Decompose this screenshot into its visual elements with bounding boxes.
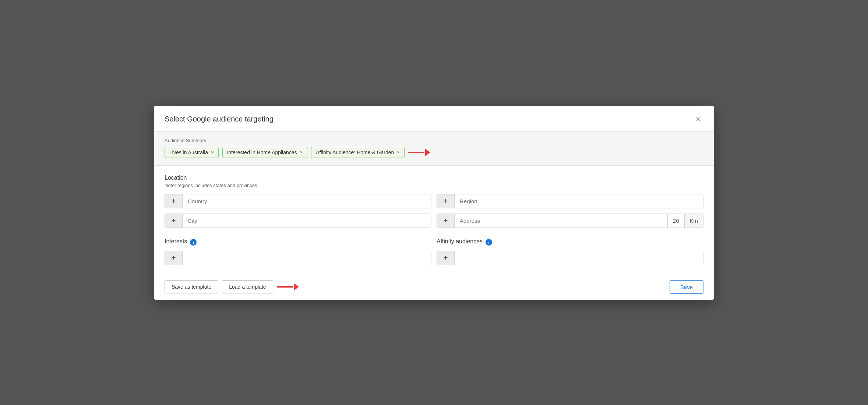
address-input[interactable] <box>455 214 667 228</box>
tag-affinity-text: Affinity Audience: Home & Garden <box>316 149 394 155</box>
location-note: Note: regions includes states and provin… <box>165 183 703 188</box>
interests-input[interactable] <box>183 251 431 265</box>
load-template-button[interactable]: Load a template <box>222 280 273 293</box>
location-section: Location Note: regions includes states a… <box>165 175 703 228</box>
region-input[interactable] <box>455 194 703 208</box>
tag-appliances-text: Interested in Home Appliances <box>227 149 297 155</box>
interests-section: Interests i + <box>165 238 431 265</box>
affinity-section: Affinity audiences i + <box>437 238 703 265</box>
interests-field: + <box>165 251 431 265</box>
country-field: + <box>165 194 431 208</box>
affinity-arrow-right <box>408 149 430 156</box>
address-distance-value: 20 <box>667 214 684 228</box>
affinity-field: + <box>437 251 703 265</box>
country-add-button[interactable]: + <box>165 194 183 208</box>
location-title: Location <box>165 175 703 181</box>
modal-header: Select Google audience targeting × <box>154 106 714 132</box>
country-input[interactable] <box>183 194 431 208</box>
city-add-button[interactable]: + <box>165 214 183 228</box>
interests-title: Interests <box>165 238 187 245</box>
modal-body: Location Note: regions includes states a… <box>154 166 714 274</box>
tag-australia: Lives in Australia × <box>165 147 219 158</box>
modal-footer: Save as template Load a template Save <box>154 274 714 300</box>
location-grid: + + + + <box>165 194 703 228</box>
address-field: + 20 Km <box>437 214 703 228</box>
modal-dialog: Select Google audience targeting × Audie… <box>154 106 714 300</box>
affinity-arrow-indicator <box>408 149 430 156</box>
region-field: + <box>437 194 703 208</box>
tag-appliances: Interested in Home Appliances × <box>222 147 307 158</box>
interests-info-icon[interactable]: i <box>190 239 197 246</box>
city-field: + <box>165 214 431 228</box>
affinity-header: Affinity audiences i <box>437 238 703 246</box>
audience-summary-section: Audience Summary Lives in Australia × In… <box>154 132 714 166</box>
load-template-arrow <box>277 283 299 290</box>
save-button[interactable]: Save <box>670 280 703 294</box>
affinity-add-button[interactable]: + <box>437 251 455 265</box>
interests-add-button[interactable]: + <box>165 251 183 265</box>
city-input[interactable] <box>183 214 431 228</box>
footer-left: Save as template Load a template <box>165 280 299 293</box>
region-add-button[interactable]: + <box>437 194 455 208</box>
tag-australia-remove[interactable]: × <box>211 150 214 155</box>
modal-backdrop: Select Google audience targeting × Audie… <box>0 0 868 405</box>
affinity-info-icon[interactable]: i <box>486 239 492 246</box>
modal-title: Select Google audience targeting <box>165 115 274 123</box>
close-button[interactable]: × <box>693 114 703 125</box>
tag-affinity: Affinity Audience: Home & Garden × <box>311 147 405 158</box>
audience-tags: Lives in Australia × Interested in Home … <box>165 147 703 158</box>
tag-affinity-remove[interactable]: × <box>397 150 400 155</box>
save-as-template-button[interactable]: Save as template <box>165 280 218 293</box>
interests-affinity-grid: Interests i + Affinity audiences i <box>165 238 703 265</box>
affinity-input[interactable] <box>455 251 703 265</box>
interests-header: Interests i <box>165 238 431 246</box>
address-distance-unit: Km <box>684 214 703 228</box>
affinity-title: Affinity audiences <box>437 238 483 245</box>
address-add-button[interactable]: + <box>437 214 455 228</box>
audience-summary-label: Audience Summary <box>165 138 703 143</box>
tag-appliances-remove[interactable]: × <box>300 150 303 155</box>
tag-australia-text: Lives in Australia <box>169 149 208 155</box>
